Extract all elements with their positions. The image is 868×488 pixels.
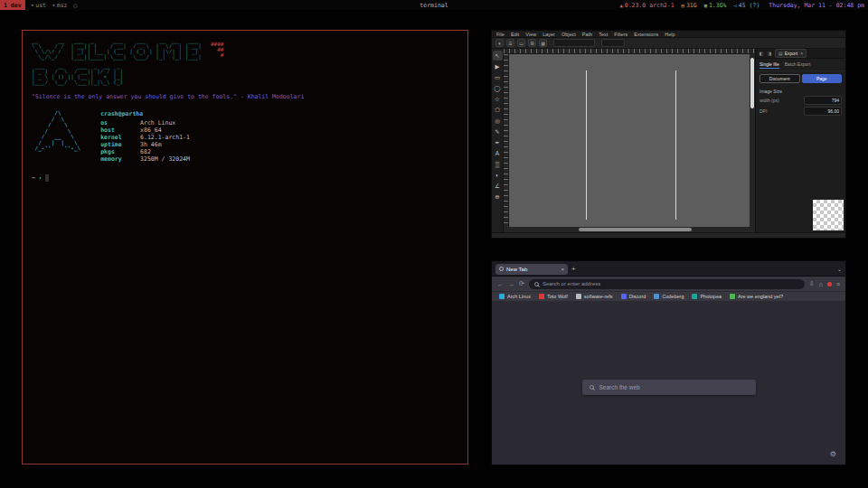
bookmark-item[interactable]: Toto Wolf <box>539 294 568 299</box>
image-size-heading: Image Size <box>756 86 845 95</box>
status-module: ▤ 31G <box>682 2 697 9</box>
desktop: 1 dev ◆ ust ◆ msz ▢ terminal ▲ 0.23.0 ar… <box>0 0 868 488</box>
tool-icon[interactable]: ⬠ <box>493 105 503 115</box>
menu-bar: FileEditViewLayerObjectPathTextFiltersEx… <box>492 31 845 38</box>
tool-icon[interactable]: ☆ <box>493 94 503 104</box>
workspace-tag-active[interactable]: 1 dev <box>0 0 25 10</box>
export-dialog-tab[interactable]: ▤ Export × <box>775 49 807 58</box>
vertical-scrollbar-thumb[interactable] <box>750 58 754 108</box>
tab-close-icon[interactable]: × <box>561 267 564 272</box>
forward-button[interactable]: → <box>508 281 514 287</box>
tool-icon[interactable]: ▭ <box>493 72 503 82</box>
shell-prompt[interactable]: ~ › <box>32 174 458 182</box>
tool-icon[interactable]: ∠ <box>493 181 503 191</box>
fetch-info-list: os Arch Linux host x86_64 kernel 6.12.1-… <box>100 119 190 163</box>
bookmark-item[interactable]: Arch Linux <box>499 294 531 299</box>
menu-item[interactable]: Path <box>582 32 592 37</box>
toolbox: ↖▶▭◯☆⬠◎✎✒A▒◐∠⊕ <box>492 49 504 232</box>
workspace-label: msz <box>57 2 68 9</box>
tool-icon[interactable]: ◯ <box>493 83 503 93</box>
tab-single-file[interactable]: Single file <box>760 61 779 69</box>
export-area-document-button[interactable]: Document <box>760 74 800 83</box>
bookmark-item[interactable]: Photopea <box>692 294 722 299</box>
web-search-input[interactable]: Search the web <box>582 380 756 395</box>
tool-icon[interactable]: ✒ <box>493 137 503 147</box>
canvas[interactable] <box>509 54 750 227</box>
fetch-info-value: Arch Linux <box>140 119 175 127</box>
tool-icon[interactable]: ▒ <box>493 159 503 169</box>
inkscape-window[interactable]: FileEditViewLayerObjectPathTextFiltersEx… <box>491 30 846 239</box>
workspace-tag[interactable]: ◆ msz <box>52 2 67 9</box>
terminal-quote: "Silence is the only answer you should g… <box>32 93 458 100</box>
new-tab-page: Search the web ⚙ <box>492 301 845 465</box>
dpi-input[interactable]: 96.00 <box>804 107 842 116</box>
workspace-tag[interactable]: ◆ ust <box>32 2 46 9</box>
export-mode-tabs: Single file Batch Export <box>756 59 845 71</box>
horizontal-scrollbar[interactable] <box>504 227 755 232</box>
fetch-info-row: os Arch Linux <box>100 119 190 127</box>
personalize-gear-icon[interactable]: ⚙ <box>830 450 836 458</box>
fetch-info-label: memory <box>100 155 137 163</box>
new-tab-button[interactable]: + <box>571 266 576 273</box>
bookmark-item[interactable]: software-refs <box>576 294 613 299</box>
tab-batch-export[interactable]: Batch Export <box>785 61 811 69</box>
browser-tab-active[interactable]: New Tab × <box>495 264 568 275</box>
menu-icon[interactable]: ≡ <box>836 281 840 287</box>
menu-item[interactable]: Text <box>599 32 608 37</box>
export-tab-label: Export <box>785 51 797 56</box>
menu-item[interactable]: Edit <box>511 32 519 37</box>
list-all-tabs-icon[interactable]: ⌄ <box>837 266 842 272</box>
toolbar-control[interactable]: ⊞ <box>528 39 536 47</box>
dock-icon[interactable]: ◨ <box>766 50 773 57</box>
layout-indicator-icon[interactable]: ▢ <box>74 2 78 8</box>
tool-icon[interactable]: A <box>493 148 503 158</box>
tool-icon[interactable]: ◎ <box>493 116 503 126</box>
toolbar-field[interactable] <box>553 39 595 47</box>
export-close-icon[interactable]: × <box>800 51 803 56</box>
home-icon[interactable]: ⌂ <box>819 281 823 287</box>
export-area-page-button[interactable]: Page <box>802 74 843 83</box>
menu-item[interactable]: Filters <box>614 32 627 37</box>
terminal-window[interactable]: __ __ ___ _ ___ ___ __ __ ___ \ \ / / | … <box>22 30 468 465</box>
tool-icon[interactable]: ◐ <box>493 170 503 180</box>
fetch-info-row: memory 3250M / 32024M <box>100 155 190 163</box>
browser-window[interactable]: New Tab × + ⌄ ← → ⟳ Search or enter addr… <box>491 260 846 465</box>
tool-icon[interactable]: ▶ <box>493 61 503 71</box>
fetch-info-row: pkgs 682 <box>100 148 190 155</box>
menu-item[interactable]: View <box>525 32 536 37</box>
status-module-text: 0.23.0 arch2-1 <box>625 2 675 9</box>
bookmark-item[interactable]: Codeberg <box>654 294 684 299</box>
toolbar-field[interactable] <box>601 39 625 47</box>
fetch-info-label: pkgs <box>100 148 137 155</box>
reload-button[interactable]: ⟳ <box>519 280 524 287</box>
downloads-icon[interactable]: ⇩ <box>809 280 815 287</box>
url-bar[interactable]: Search or enter address <box>529 279 805 289</box>
fetch-info-value: 682 <box>140 148 151 155</box>
recording-indicator[interactable] <box>827 282 832 286</box>
tool-icon[interactable]: ✎ <box>493 127 503 136</box>
export-area-buttons: Document Page <box>756 71 845 86</box>
navigation-bar: ← → ⟳ Search or enter address ⇩ ⌂ ≡ <box>492 276 845 291</box>
back-button[interactable]: ← <box>497 281 504 287</box>
bookmark-item[interactable]: Discord <box>621 294 646 299</box>
menu-item[interactable]: Extensions <box>634 32 658 37</box>
toolbar-control[interactable]: ☰ <box>506 39 514 47</box>
toolbar-control[interactable]: ▦ <box>539 39 547 47</box>
toolbar-control[interactable]: ▾ <box>495 39 504 47</box>
dock-icon[interactable]: ◧ <box>758 50 765 57</box>
horizontal-scrollbar-thumb[interactable] <box>579 228 692 231</box>
menu-item[interactable]: Object <box>561 32 576 37</box>
tool-icon[interactable]: ⊕ <box>493 192 503 202</box>
tool-icon[interactable]: ↖ <box>493 51 503 61</box>
menu-item[interactable]: Help <box>665 32 675 37</box>
toolbar-control[interactable]: ▭ <box>517 39 525 47</box>
menu-item[interactable]: Layer <box>542 32 555 37</box>
menu-item[interactable]: File <box>496 32 505 37</box>
bookmark-item[interactable]: Are we england yet? <box>730 294 783 299</box>
canvas-area <box>504 49 755 232</box>
fetch-info: crash@partha os Arch Linux host x86_64 <box>100 110 190 163</box>
status-module-text: Thursday, Mar 11 - 02:48 pm <box>769 2 864 9</box>
status-module: ◁ 45 (?) <box>734 2 760 9</box>
width-input[interactable]: 794 <box>804 96 842 105</box>
width-row: width (px) 794 <box>756 95 845 106</box>
